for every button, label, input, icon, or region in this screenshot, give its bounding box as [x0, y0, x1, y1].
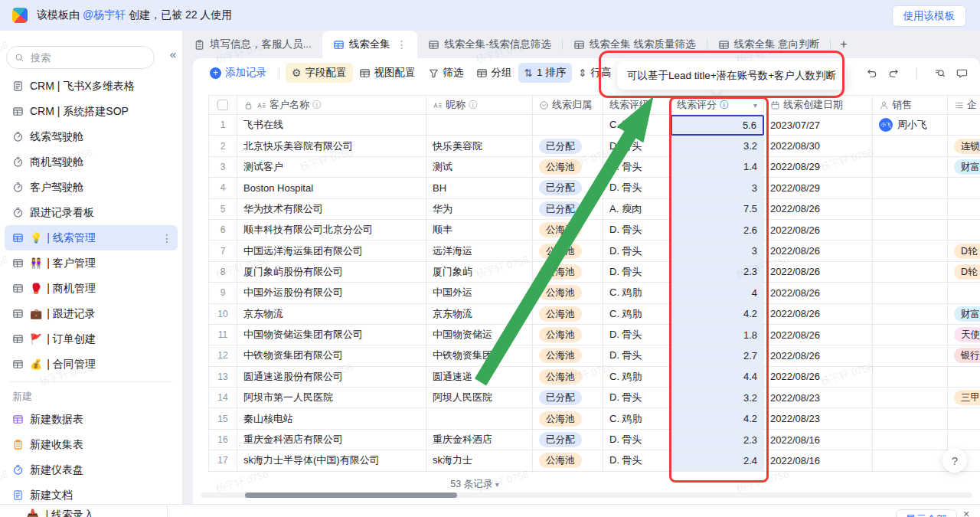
cell-company-tag[interactable]: 三甲	[948, 388, 980, 408]
row-index[interactable]: 1	[208, 115, 237, 136]
cell-lead-belong[interactable]	[533, 115, 603, 136]
redo-icon[interactable]	[888, 67, 900, 79]
cell-company-tag[interactable]: 天使	[948, 325, 980, 345]
view-config-button[interactable]: 视图配置	[353, 63, 422, 83]
cell-sales[interactable]	[873, 367, 948, 388]
cell-sales[interactable]	[873, 157, 948, 178]
row-index[interactable]: 10	[208, 304, 237, 325]
cell-created-date[interactable]: 2022/08/23	[764, 388, 873, 408]
cell-lead-score[interactable]: 2.4	[671, 450, 764, 471]
search-input[interactable]	[29, 51, 139, 64]
cell-customer-name[interactable]: 华为技术有限公司	[237, 199, 426, 220]
cell-customer-name[interactable]: 阿坝市第一人民医院	[237, 388, 426, 408]
cell-customer-name[interactable]: 中国远洋海运集团有限公司	[237, 241, 426, 261]
template-author-link[interactable]: @杨宇轩	[83, 8, 126, 21]
view-tab[interactable]: 线索全集 线索质量筛选	[563, 31, 707, 58]
cell-customer-name[interactable]: Boston Hospital	[237, 178, 426, 198]
sidebar-item[interactable]: 客户驾驶舱	[5, 175, 178, 200]
cell-lead-grade[interactable]: D. 骨头	[603, 262, 671, 283]
cell-lead-grade[interactable]: D. 骨头	[603, 241, 671, 261]
cell-company-tag[interactable]: 财富	[948, 304, 980, 325]
cell-lead-score[interactable]: 2.3	[671, 430, 764, 450]
cell-sales[interactable]	[873, 304, 948, 325]
cell-sales[interactable]	[873, 283, 948, 303]
search-in-view-icon[interactable]	[934, 67, 946, 79]
sidebar-create-item[interactable]: 新建数据表	[5, 407, 178, 432]
sidebar-collapse-icon[interactable]: «	[170, 47, 176, 61]
cell-company-tag[interactable]	[948, 199, 980, 220]
sidebar-item[interactable]: 💰| 合同管理	[5, 352, 178, 377]
cell-created-date[interactable]: 2022/08/29	[764, 157, 873, 178]
horizontal-scrollbar-track[interactable]	[201, 492, 972, 498]
row-index[interactable]: 7	[208, 241, 237, 261]
sidebar-item[interactable]: 🥊| 商机管理	[5, 276, 178, 301]
info-icon[interactable]: ⓘ	[312, 100, 322, 110]
cell-nickname[interactable]: 京东物流	[426, 304, 533, 325]
sidebar-item[interactable]: 商机驾驶舱	[5, 149, 178, 175]
cell-sales[interactable]	[873, 408, 948, 429]
cell-customer-name[interactable]: 中国外运股份有限公司	[237, 283, 426, 303]
row-index[interactable]: 17	[208, 450, 237, 471]
row-index[interactable]: 9	[208, 283, 237, 303]
cell-lead-belong[interactable]: 公海池	[533, 367, 603, 388]
cell-created-date[interactable]: 2022/08/23	[764, 408, 873, 429]
cell-lead-belong[interactable]: 已分配	[533, 430, 603, 450]
cell-nickname[interactable]: 顺丰	[426, 220, 533, 241]
cell-lead-belong[interactable]: 公海池	[533, 408, 603, 429]
cell-nickname[interactable]: 快乐美容院	[426, 136, 533, 156]
column-header-name[interactable]: 客户名称ⓘ	[237, 95, 426, 115]
cell-nickname[interactable]: 测试	[426, 157, 533, 178]
info-icon[interactable]: ⓘ	[720, 100, 729, 110]
filter-button[interactable]: 筛选	[422, 63, 470, 83]
column-header-tag[interactable]: 企	[948, 95, 980, 115]
record-count[interactable]: 53 条记录 ▾	[429, 478, 521, 491]
cell-lead-score[interactable]: 3.2	[671, 388, 764, 408]
cell-lead-belong[interactable]: 公海池	[533, 220, 603, 241]
cell-sales[interactable]	[873, 388, 948, 408]
cell-customer-name[interactable]: 飞书在线	[237, 115, 426, 136]
cell-lead-belong[interactable]: 公海池	[533, 450, 603, 471]
cell-created-date[interactable]: 2022/08/16	[764, 430, 873, 450]
cell-lead-grade[interactable]: D. 骨头	[603, 430, 671, 450]
sidebar-item[interactable]: 🚩| 订单创建	[5, 326, 178, 352]
column-header-nick[interactable]: 昵称ⓘ	[426, 95, 533, 115]
cell-nickname[interactable]: 圆通速递	[426, 367, 533, 388]
row-index[interactable]: 8	[208, 262, 237, 283]
cell-company-tag[interactable]	[948, 220, 980, 241]
row-index[interactable]: 6	[208, 220, 237, 241]
view-tab[interactable]: 填写信息，客服人员...	[183, 31, 322, 58]
cell-lead-grade[interactable]: D. 骨头	[603, 388, 671, 408]
cell-lead-grade[interactable]: D. 骨头	[603, 345, 671, 366]
cell-customer-name[interactable]: 中铁物资集团有限公司	[237, 345, 426, 366]
cell-sales[interactable]: 小飞周小飞	[873, 115, 948, 136]
horizontal-scrollbar-thumb[interactable]	[245, 492, 457, 498]
cell-lead-belong[interactable]: 已分配	[533, 178, 603, 198]
cell-company-tag[interactable]	[948, 178, 980, 198]
cell-sales[interactable]	[873, 430, 948, 450]
cell-customer-name[interactable]: 京东物流	[237, 304, 426, 325]
sidebar-item[interactable]: 👭| 客户管理	[5, 250, 178, 276]
view-tab[interactable]: 线索全集-线索信息筛选	[417, 31, 562, 58]
sidebar-item[interactable]: 💡| 线索管理⋮	[5, 225, 178, 250]
column-header-score[interactable]: 线索评分ⓘ▾	[671, 95, 764, 115]
group-button[interactable]: 分组	[470, 63, 518, 83]
show-all-button[interactable]: 显示全部	[896, 509, 957, 517]
cell-lead-score[interactable]: 7.5	[671, 199, 764, 220]
cell-nickname[interactable]: 阿坝人民医院	[426, 388, 533, 408]
cell-created-date[interactable]: 2022/08/26	[764, 345, 873, 366]
sidebar-item[interactable]: CRM | 系统搭建SOP	[5, 99, 178, 124]
cell-company-tag[interactable]: 银行	[948, 345, 980, 366]
cell-customer-name[interactable]: sk海力士半导体(中国)有限公司	[237, 450, 426, 471]
cell-company-tag[interactable]: 财富	[948, 157, 980, 178]
cell-company-tag[interactable]: 连锁	[948, 136, 980, 156]
cell-nickname[interactable]: 中国外运	[426, 283, 533, 303]
cell-lead-grade[interactable]: D. 骨头	[603, 157, 671, 178]
cell-sales[interactable]	[873, 199, 948, 220]
cell-created-date[interactable]: 2023/07/27	[764, 115, 873, 136]
cell-created-date[interactable]: 2022/08/26	[764, 304, 873, 325]
cell-sales[interactable]	[873, 262, 948, 283]
cell-nickname[interactable]	[426, 115, 533, 136]
cell-company-tag[interactable]	[948, 115, 980, 136]
cell-nickname[interactable]: 厦门象屿	[426, 262, 533, 283]
cell-created-date[interactable]: 2022/08/26	[764, 220, 873, 241]
